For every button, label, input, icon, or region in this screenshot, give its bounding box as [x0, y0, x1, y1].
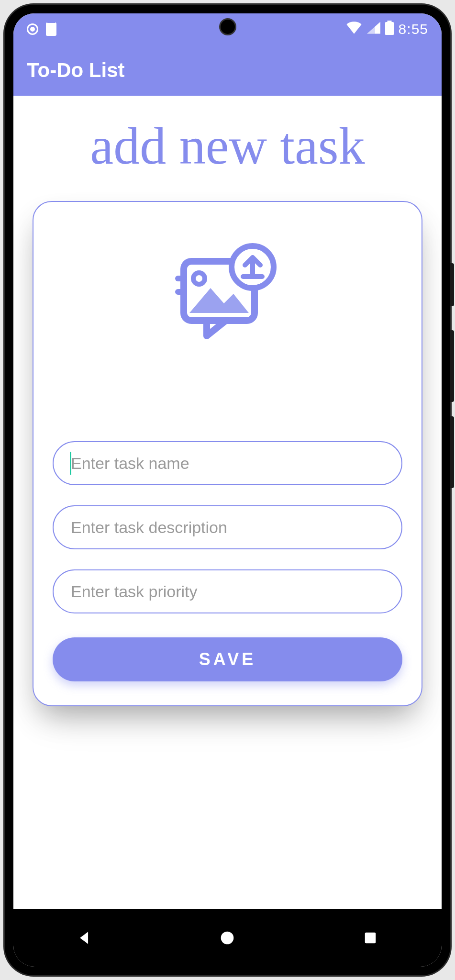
system-nav-bar: [13, 909, 442, 967]
side-button: [450, 263, 454, 306]
phone-frame: 8:55 To-Do List add new task: [5, 5, 450, 975]
input-group: [53, 441, 402, 613]
upload-image-icon: [170, 240, 285, 355]
task-name-input[interactable]: [53, 441, 402, 485]
svg-rect-0: [387, 21, 391, 22]
signal-icon: [367, 21, 380, 37]
app-bar: To-Do List: [13, 45, 442, 96]
save-button[interactable]: SAVE: [53, 637, 402, 681]
content-area: add new task: [13, 96, 442, 909]
battery-icon: [385, 21, 394, 38]
task-name-wrapper: [53, 441, 402, 485]
upload-image-area[interactable]: [53, 240, 402, 355]
phone-screen: 8:55 To-Do List add new task: [13, 13, 442, 967]
status-left: [27, 22, 56, 36]
text-cursor-icon: [70, 452, 71, 475]
camera-notch: [219, 18, 236, 35]
status-time: 8:55: [399, 21, 428, 37]
app-title: To-Do List: [27, 59, 125, 82]
task-form-card: SAVE: [33, 201, 422, 706]
svg-point-7: [221, 932, 234, 945]
task-priority-input[interactable]: [53, 569, 402, 613]
svg-point-5: [193, 273, 205, 284]
circle-status-icon: [27, 23, 38, 35]
sd-card-icon: [46, 22, 56, 36]
wifi-icon: [346, 21, 362, 37]
task-description-input[interactable]: [53, 505, 402, 549]
page-heading: add new task: [33, 120, 422, 172]
nav-recent-button[interactable]: [361, 928, 380, 947]
nav-back-button[interactable]: [75, 928, 94, 947]
side-button: [450, 330, 454, 402]
svg-rect-8: [365, 933, 376, 944]
nav-home-button[interactable]: [218, 928, 237, 947]
status-right: 8:55: [346, 21, 428, 38]
side-button: [450, 416, 454, 488]
svg-rect-1: [385, 22, 394, 35]
